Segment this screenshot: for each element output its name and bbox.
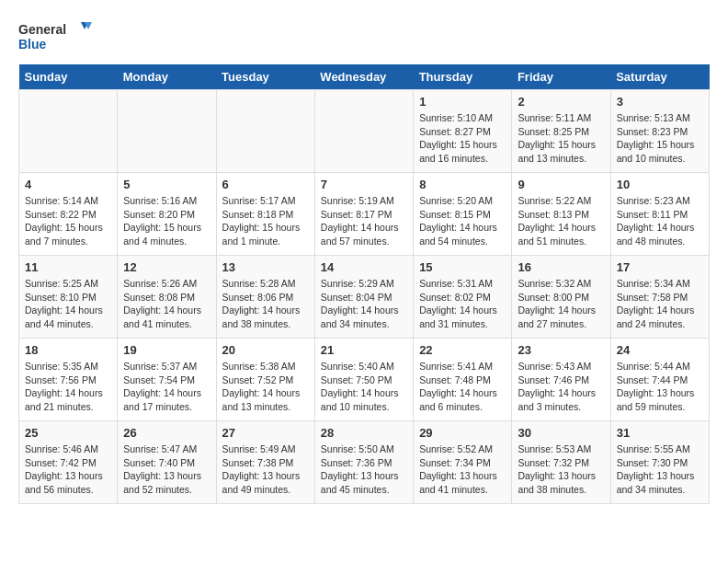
calendar-cell xyxy=(19,90,118,173)
day-info: Sunrise: 5:13 AMSunset: 8:23 PMDaylight:… xyxy=(617,111,703,166)
day-number: 7 xyxy=(321,178,407,191)
day-number: 6 xyxy=(222,178,309,191)
day-number: 16 xyxy=(518,260,604,274)
svg-text:General: General xyxy=(18,22,66,37)
day-number: 13 xyxy=(222,260,309,274)
day-number: 5 xyxy=(123,178,210,191)
day-info: Sunrise: 5:46 AMSunset: 7:42 PMDaylight:… xyxy=(25,442,111,497)
day-info: Sunrise: 5:47 AMSunset: 7:40 PMDaylight:… xyxy=(123,442,210,497)
week-row-4: 18Sunrise: 5:35 AMSunset: 7:56 PMDayligh… xyxy=(19,339,710,421)
calendar-header: SundayMondayTuesdayWednesdayThursdayFrid… xyxy=(19,64,710,90)
day-number: 11 xyxy=(25,260,111,274)
calendar-cell: 8Sunrise: 5:20 AMSunset: 8:15 PMDaylight… xyxy=(414,173,512,256)
day-info: Sunrise: 5:35 AMSunset: 7:56 PMDaylight:… xyxy=(25,360,111,414)
day-info: Sunrise: 5:41 AMSunset: 7:48 PMDaylight:… xyxy=(419,360,506,414)
header-day-monday: Monday xyxy=(118,64,216,90)
day-info: Sunrise: 5:40 AMSunset: 7:50 PMDaylight:… xyxy=(321,360,407,414)
day-info: Sunrise: 5:50 AMSunset: 7:36 PMDaylight:… xyxy=(321,442,407,497)
calendar-body: 1Sunrise: 5:10 AMSunset: 8:27 PMDaylight… xyxy=(19,90,710,504)
day-number: 21 xyxy=(321,343,407,357)
day-info: Sunrise: 5:26 AMSunset: 8:08 PMDaylight:… xyxy=(123,277,210,331)
calendar-cell: 9Sunrise: 5:22 AMSunset: 8:13 PMDaylight… xyxy=(512,173,610,256)
day-number: 1 xyxy=(419,95,506,109)
day-number: 8 xyxy=(419,178,506,191)
day-info: Sunrise: 5:23 AMSunset: 8:11 PMDaylight:… xyxy=(617,194,703,248)
day-info: Sunrise: 5:38 AMSunset: 7:52 PMDaylight:… xyxy=(222,360,309,414)
day-number: 2 xyxy=(518,95,604,109)
calendar-cell: 3Sunrise: 5:13 AMSunset: 8:23 PMDaylight… xyxy=(610,90,709,173)
calendar-cell: 19Sunrise: 5:37 AMSunset: 7:54 PMDayligh… xyxy=(118,339,216,421)
day-info: Sunrise: 5:20 AMSunset: 8:15 PMDaylight:… xyxy=(419,194,506,248)
calendar-cell: 5Sunrise: 5:16 AMSunset: 8:20 PMDaylight… xyxy=(118,173,216,256)
day-number: 4 xyxy=(25,178,111,191)
day-info: Sunrise: 5:52 AMSunset: 7:34 PMDaylight:… xyxy=(419,442,506,497)
calendar-cell: 21Sunrise: 5:40 AMSunset: 7:50 PMDayligh… xyxy=(314,339,413,421)
header-row: SundayMondayTuesdayWednesdayThursdayFrid… xyxy=(19,64,710,90)
header-day-wednesday: Wednesday xyxy=(314,64,413,90)
day-info: Sunrise: 5:37 AMSunset: 7:54 PMDaylight:… xyxy=(123,360,210,414)
day-info: Sunrise: 5:28 AMSunset: 8:06 PMDaylight:… xyxy=(222,277,309,331)
calendar-cell: 31Sunrise: 5:55 AMSunset: 7:30 PMDayligh… xyxy=(610,421,709,504)
calendar-cell: 4Sunrise: 5:14 AMSunset: 8:22 PMDaylight… xyxy=(19,173,118,256)
day-number: 23 xyxy=(518,343,604,357)
day-info: Sunrise: 5:25 AMSunset: 8:10 PMDaylight:… xyxy=(25,277,111,331)
calendar-cell: 27Sunrise: 5:49 AMSunset: 7:38 PMDayligh… xyxy=(216,421,314,504)
calendar-cell xyxy=(118,90,216,173)
day-number: 29 xyxy=(419,426,506,440)
calendar-cell: 26Sunrise: 5:47 AMSunset: 7:40 PMDayligh… xyxy=(118,421,216,504)
day-number: 24 xyxy=(617,343,703,357)
calendar-cell: 2Sunrise: 5:11 AMSunset: 8:25 PMDaylight… xyxy=(512,90,610,173)
day-number: 26 xyxy=(123,426,210,440)
logo[interactable]: General Blue xyxy=(18,18,92,55)
calendar-cell: 12Sunrise: 5:26 AMSunset: 8:08 PMDayligh… xyxy=(118,256,216,339)
day-info: Sunrise: 5:10 AMSunset: 8:27 PMDaylight:… xyxy=(419,111,506,166)
header-day-sunday: Sunday xyxy=(19,64,118,90)
week-row-1: 1Sunrise: 5:10 AMSunset: 8:27 PMDaylight… xyxy=(19,90,710,173)
calendar-cell: 22Sunrise: 5:41 AMSunset: 7:48 PMDayligh… xyxy=(414,339,512,421)
day-info: Sunrise: 5:22 AMSunset: 8:13 PMDaylight:… xyxy=(518,194,604,248)
calendar-cell: 16Sunrise: 5:32 AMSunset: 8:00 PMDayligh… xyxy=(512,256,610,339)
logo-svg: General Blue xyxy=(18,18,92,55)
day-info: Sunrise: 5:55 AMSunset: 7:30 PMDaylight:… xyxy=(617,442,703,497)
calendar-cell: 28Sunrise: 5:50 AMSunset: 7:36 PMDayligh… xyxy=(314,421,413,504)
day-number: 22 xyxy=(419,343,506,357)
day-info: Sunrise: 5:53 AMSunset: 7:32 PMDaylight:… xyxy=(518,442,604,497)
day-number: 17 xyxy=(617,260,703,274)
calendar-cell: 10Sunrise: 5:23 AMSunset: 8:11 PMDayligh… xyxy=(610,173,709,256)
day-info: Sunrise: 5:16 AMSunset: 8:20 PMDaylight:… xyxy=(123,194,210,248)
calendar-cell: 11Sunrise: 5:25 AMSunset: 8:10 PMDayligh… xyxy=(19,256,118,339)
day-number: 15 xyxy=(419,260,506,274)
calendar-cell: 23Sunrise: 5:43 AMSunset: 7:46 PMDayligh… xyxy=(512,339,610,421)
day-number: 20 xyxy=(222,343,309,357)
day-info: Sunrise: 5:14 AMSunset: 8:22 PMDaylight:… xyxy=(25,194,111,248)
calendar-cell: 20Sunrise: 5:38 AMSunset: 7:52 PMDayligh… xyxy=(216,339,314,421)
day-info: Sunrise: 5:11 AMSunset: 8:25 PMDaylight:… xyxy=(518,111,604,166)
day-number: 14 xyxy=(321,260,407,274)
week-row-5: 25Sunrise: 5:46 AMSunset: 7:42 PMDayligh… xyxy=(19,421,710,504)
calendar-cell xyxy=(314,90,413,173)
calendar-cell: 30Sunrise: 5:53 AMSunset: 7:32 PMDayligh… xyxy=(512,421,610,504)
day-number: 18 xyxy=(25,343,111,357)
day-info: Sunrise: 5:34 AMSunset: 7:58 PMDaylight:… xyxy=(617,277,703,331)
day-number: 25 xyxy=(25,426,111,440)
calendar-table: SundayMondayTuesdayWednesdayThursdayFrid… xyxy=(18,64,710,504)
day-number: 10 xyxy=(617,178,703,191)
day-number: 30 xyxy=(518,426,604,440)
day-info: Sunrise: 5:19 AMSunset: 8:17 PMDaylight:… xyxy=(321,194,407,248)
week-row-2: 4Sunrise: 5:14 AMSunset: 8:22 PMDaylight… xyxy=(19,173,710,256)
day-number: 28 xyxy=(321,426,407,440)
calendar-cell: 7Sunrise: 5:19 AMSunset: 8:17 PMDaylight… xyxy=(314,173,413,256)
svg-text:Blue: Blue xyxy=(18,37,47,52)
calendar-cell: 17Sunrise: 5:34 AMSunset: 7:58 PMDayligh… xyxy=(610,256,709,339)
week-row-3: 11Sunrise: 5:25 AMSunset: 8:10 PMDayligh… xyxy=(19,256,710,339)
day-info: Sunrise: 5:44 AMSunset: 7:44 PMDaylight:… xyxy=(617,360,703,414)
calendar-cell: 15Sunrise: 5:31 AMSunset: 8:02 PMDayligh… xyxy=(414,256,512,339)
calendar-cell xyxy=(216,90,314,173)
header-day-tuesday: Tuesday xyxy=(216,64,314,90)
day-info: Sunrise: 5:31 AMSunset: 8:02 PMDaylight:… xyxy=(419,277,506,331)
header-day-friday: Friday xyxy=(512,64,610,90)
calendar-cell: 24Sunrise: 5:44 AMSunset: 7:44 PMDayligh… xyxy=(610,339,709,421)
header-day-thursday: Thursday xyxy=(414,64,512,90)
header-day-saturday: Saturday xyxy=(610,64,709,90)
day-info: Sunrise: 5:29 AMSunset: 8:04 PMDaylight:… xyxy=(321,277,407,331)
